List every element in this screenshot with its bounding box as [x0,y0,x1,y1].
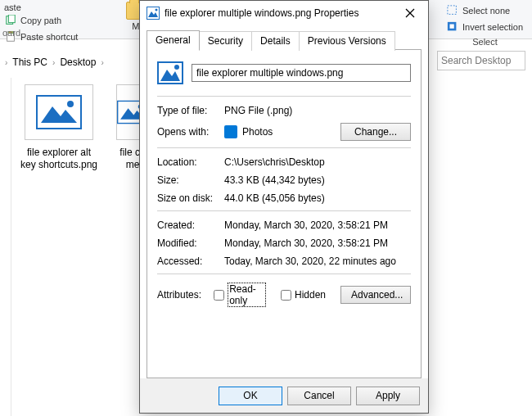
value-size-on-disk: 44.0 KB (45,056 bytes) [224,192,411,204]
photos-app-icon [224,125,237,138]
chevron-right-icon: › [5,58,7,67]
label-accessed: Accessed: [157,255,224,267]
ribbon-group-select: Select [444,37,525,47]
properties-dialog: file explorer multiple windows.png Prope… [139,0,429,414]
readonly-checkbox[interactable]: Read-only [214,283,266,307]
chevron-right-icon: › [101,58,103,67]
label-opens-with: Opens with: [157,126,224,138]
hidden-input[interactable] [281,290,291,301]
copy-path-button[interactable]: Copy path [2,14,80,27]
change-button[interactable]: Change... [340,123,411,141]
separator [157,96,411,97]
close-button[interactable] [394,2,426,25]
filename-input[interactable] [192,64,411,82]
tab-details[interactable]: Details [251,31,300,51]
hidden-label: Hidden [295,289,326,301]
image-icon [36,95,82,129]
label-size: Size: [157,174,224,186]
tab-previous-versions[interactable]: Previous Versions [299,31,395,51]
file-thumbnail [25,84,93,140]
copy-path-label: Copy path [20,16,61,25]
value-created: Monday, March 30, 2020, 3:58:21 PM [224,219,411,231]
svg-rect-7 [37,96,81,129]
separator [157,210,411,211]
hidden-checkbox[interactable]: Hidden [281,289,326,301]
svg-rect-13 [147,7,160,20]
search-placeholder: Search Desktop [441,55,511,66]
invert-selection-icon [447,21,458,33]
svg-rect-6 [450,25,454,29]
paste-shortcut-label: Paste shortcut [20,32,78,42]
apply-button[interactable]: Apply [356,387,420,405]
label-location: Location: [157,156,224,168]
file-item[interactable]: file explorer alt key shortcuts.png [20,84,98,171]
svg-rect-1 [8,15,15,23]
title-bar[interactable]: file explorer multiple windows.png Prope… [140,1,428,25]
value-size: 43.3 KB (44,342 bytes) [224,174,411,186]
separator [157,147,411,148]
close-icon [405,8,415,18]
value-opens-with: Photos [242,126,273,138]
svg-point-15 [156,9,158,11]
breadcrumb-desktop[interactable]: Desktop [60,57,96,68]
readonly-input[interactable] [214,290,224,301]
value-type: PNG File (.png) [224,105,411,116]
label-type: Type of file: [157,105,224,116]
svg-point-20 [174,65,179,70]
ribbon-group-clipboard: oard [2,28,20,38]
tab-security[interactable]: Security [199,31,252,51]
tab-strip: General Security Details Previous Versio… [147,30,422,50]
value-location: C:\Users\chris\Desktop [224,156,411,168]
svg-point-9 [67,101,74,107]
label-modified: Modified: [157,237,224,249]
select-none-button[interactable]: Select none [444,4,525,17]
tab-general[interactable]: General [147,30,200,50]
value-modified: Monday, March 30, 2020, 3:58:21 PM [224,237,411,249]
label-size-on-disk: Size on disk: [157,192,224,204]
ribbon-paste-fragment: aste [4,2,80,12]
label-attributes: Attributes: [157,289,214,301]
cancel-button[interactable]: Cancel [287,387,351,405]
select-none-label: Select none [462,6,510,16]
copy-path-icon [5,15,16,26]
advanced-button[interactable]: Advanced... [340,286,411,304]
readonly-label: Read-only [228,283,266,307]
file-name: file explorer alt key shortcuts.png [20,147,98,171]
value-accessed: Today, March 30, 2020, 22 minutes ago [224,255,411,267]
chevron-right-icon: › [52,58,55,67]
nav-pane[interactable] [0,78,11,416]
ok-button[interactable]: OK [219,387,282,405]
dialog-title: file explorer multiple windows.png Prope… [165,7,394,19]
dialog-button-row: OK Cancel Apply [140,378,428,413]
invert-selection-label: Invert selection [462,22,523,32]
file-type-icon [157,60,183,86]
breadcrumb-pc[interactable]: This PC [12,57,47,68]
separator [157,274,411,274]
tab-page-general: Type of file: PNG File (.png) Opens with… [147,49,422,378]
titlebar-file-icon [147,7,160,20]
invert-selection-button[interactable]: Invert selection [444,20,525,34]
label-created: Created: [157,219,224,231]
search-box[interactable]: Search Desktop [437,51,525,70]
select-none-icon [447,5,458,16]
svg-rect-4 [448,6,457,15]
